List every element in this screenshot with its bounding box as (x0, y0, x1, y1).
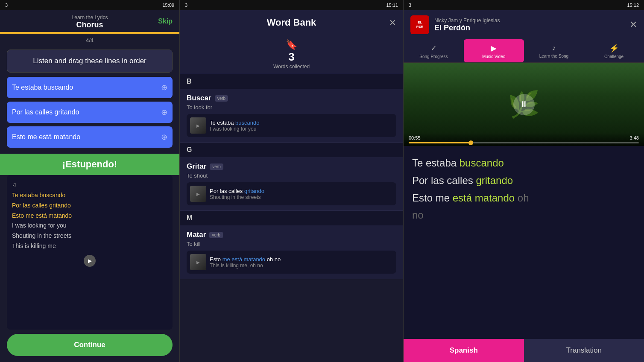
progress-thumb (468, 140, 473, 145)
gritar-example-text: Por las calles gritando (210, 188, 264, 194)
lyrics-box: ♫ Te estaba buscando Por las calles grit… (7, 175, 173, 330)
panel-learn-lyrics: 3 15:09 Learn the Lyrics Chorus Skip 4/4… (0, 0, 179, 362)
tab-challenge[interactable]: ⚡ Challenge (584, 39, 644, 62)
section-g: G (180, 143, 403, 157)
lyric-line-1: Te estaba buscando (412, 155, 635, 172)
skip-button[interactable]: Skip (158, 18, 173, 25)
progress-fill-video (409, 142, 471, 143)
drag-line-1-text: Te estaba buscando (12, 84, 73, 91)
pause-button[interactable]: ⏸ (513, 94, 535, 115)
spanish-button[interactable]: Spanish (404, 339, 524, 362)
lyric-3-mid (472, 192, 475, 204)
word-gritar: Gritar verb To shout ▶ Por las calles gr… (180, 157, 403, 211)
close-icon[interactable]: ✕ (389, 18, 396, 28)
progress-track[interactable] (409, 142, 639, 143)
estupendo-banner: ¡Estupendo! (0, 154, 179, 175)
lyric-5: Shouting in the streets (12, 231, 167, 241)
word-matar: Matar verb To kill ▶ Esto me está matand… (180, 225, 403, 279)
lyric-1-pre: Te estaba (412, 157, 460, 169)
song-title: El Perdón (434, 23, 500, 32)
bookmark-icon: 🔖 (286, 39, 297, 50)
matar-example-text: Esto me está matando oh no (210, 256, 281, 263)
buscar-highlight: buscando (235, 120, 259, 126)
play-button[interactable]: ▶ (84, 255, 96, 267)
lyric-3-pre: Esto me (412, 192, 453, 204)
lyric-1-word: buscando (460, 157, 504, 169)
artist-name: Nicky Jam y Enrique Iglesias (434, 18, 500, 23)
video-progress-bar[interactable]: 00:55 3:48 (404, 133, 644, 146)
signal-3: 3 (409, 3, 411, 8)
instruction-box: Listen and drag these lines in order (7, 50, 173, 73)
panel-word-bank: 3 15:11 Word Bank ✕ 🔖 3 Words collected … (179, 0, 403, 362)
tab-label-learn-song: Learn the Song (539, 54, 568, 58)
lyric-1: Te estaba buscando (12, 190, 167, 201)
matar-type: verb (209, 232, 222, 238)
drag-line-1[interactable]: Te estaba buscando ⊕ (7, 77, 173, 98)
drag-lines-container: Te estaba buscando ⊕ Por las calles grit… (0, 77, 179, 148)
status-bar-2: 3 15:11 (180, 0, 403, 10)
tab-label-challenge: Challenge (604, 54, 624, 59)
album-art: ELPER (410, 15, 429, 34)
tab-label-song-progress: Song Progress (419, 54, 448, 59)
tab-learn-song[interactable]: ♪ Learn the Song (524, 39, 584, 62)
lightning-icon: ⚡ (609, 44, 619, 53)
buscar-name: Buscar (187, 94, 211, 102)
continue-button[interactable]: Continue (7, 334, 173, 356)
matar-example: ▶ Esto me está matando oh no This is kil… (187, 251, 396, 274)
lyric-4-no: no (412, 209, 424, 221)
lyric-6: This is killing me (12, 241, 167, 251)
signal-2: 3 (185, 3, 187, 8)
gritar-highlight: gritando (244, 188, 264, 194)
status-bar-3: 3 15:12 (404, 0, 644, 10)
gritar-thumb: ▶ (190, 186, 206, 202)
matar-name: Matar (187, 231, 206, 239)
chorus-title: Chorus (7, 20, 173, 29)
step-label: 4/4 (0, 34, 179, 47)
learn-lyrics-label: Learn the Lyrics (7, 15, 173, 20)
lyric-3-tail: oh (515, 192, 529, 204)
buscar-example-text: Te estaba buscando (210, 120, 259, 126)
time-2: 15:11 (386, 3, 398, 8)
lyric-2-pre: Por las calles (412, 175, 476, 186)
gritar-type: verb (210, 163, 223, 170)
drag-handle-2: ⊕ (161, 108, 167, 117)
drag-line-2[interactable]: Por las calles gritando ⊕ (7, 102, 173, 123)
drag-line-3-text: Esto me está matando (12, 133, 80, 141)
tab-song-progress[interactable]: ✓ Song Progress (404, 39, 464, 62)
lyric-line-3: Esto me está matando oh (412, 190, 635, 207)
buscar-example: ▶ Te estaba buscando I was looking for y… (187, 114, 396, 137)
video-container[interactable]: 🌿 ⏸ 00:55 3:48 (404, 63, 644, 146)
section-b: B (180, 74, 403, 89)
matar-thumb: ▶ (190, 254, 206, 270)
lyric-3-word1: está (453, 192, 472, 204)
drag-handle-1: ⊕ (161, 83, 167, 92)
gritar-name: Gritar (187, 162, 206, 171)
lyric-4: I was looking for you (12, 221, 167, 231)
buscar-type: verb (215, 95, 228, 102)
gritar-definition: To shout (187, 172, 396, 179)
close-icon-3[interactable]: ✕ (629, 19, 637, 30)
buscar-translation: I was looking for you (210, 126, 259, 132)
word-buscar: Buscar verb To look for ▶ Te estaba busc… (180, 89, 403, 143)
tab-music-video[interactable]: ▶ Music Video (464, 39, 524, 62)
words-collected-row: 🔖 3 Words collected (180, 35, 403, 74)
play-icon: ▶ (491, 44, 497, 53)
translation-button[interactable]: Translation (524, 339, 644, 362)
word-bank-title: Word Bank (267, 17, 316, 28)
current-time: 00:55 (409, 135, 421, 140)
panel-music-video: 3 15:12 ELPER Nicky Jam y Enrique Iglesi… (403, 0, 644, 362)
bottom-buttons: Spanish Translation (404, 339, 644, 362)
word-bank-header: Word Bank ✕ (180, 10, 403, 35)
lyric-line-2: Por las calles gritando (412, 172, 635, 190)
drag-line-3[interactable]: Esto me está matando ⊕ (7, 126, 173, 148)
matar-translation: This is killing me, oh no (210, 263, 281, 269)
check-icon: ✓ (430, 44, 437, 53)
matar-highlight: me está matando (222, 256, 265, 263)
p3-header: ELPER Nicky Jam y Enrique Iglesias El Pe… (404, 10, 644, 39)
matar-thumb-inner: ▶ (190, 254, 206, 270)
signal-1: 3 (5, 3, 8, 8)
tab-label-music-video: Music Video (482, 54, 505, 59)
drag-line-2-text: Por las calles gritando (12, 108, 79, 116)
words-count: 3 (288, 50, 294, 64)
gritar-translation: Shouting in the streets (210, 194, 264, 200)
